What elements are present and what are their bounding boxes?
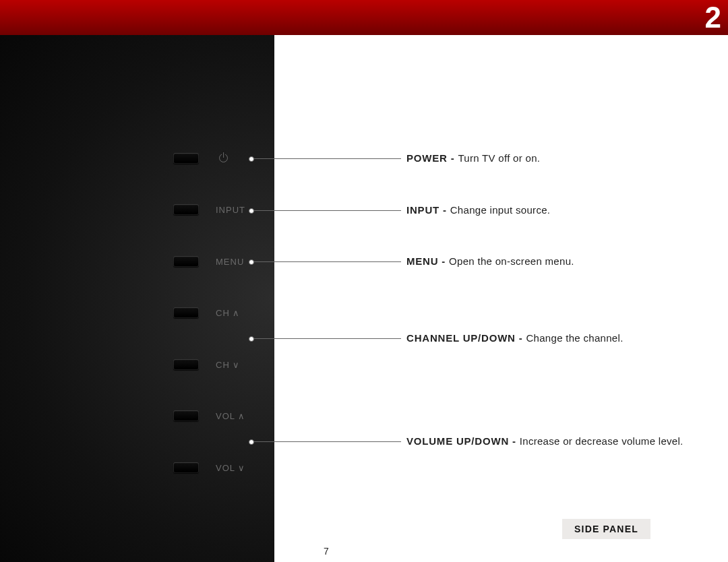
leader-volume — [251, 441, 401, 442]
callout-input-bold: INPUT - — [406, 204, 450, 216]
callout-menu-bold: MENU - — [406, 255, 449, 267]
menu-button[interactable] — [173, 256, 199, 267]
callout-menu: MENU - Open the on-screen menu. — [406, 255, 574, 267]
callout-channel-text: Change the channel. — [526, 332, 623, 344]
header-bar: 2 — [0, 0, 728, 35]
volume-up-button[interactable] — [173, 410, 199, 421]
callout-input: INPUT - Change input source. — [406, 204, 550, 216]
callout-channel: CHANNEL UP/DOWN - Change the channel. — [406, 332, 624, 344]
menu-label: MENU — [216, 257, 244, 267]
leader-input — [251, 210, 401, 211]
power-icon — [219, 154, 228, 162]
callout-power: POWER - Turn TV off or on. — [406, 152, 540, 164]
page-number: 7 — [324, 546, 329, 557]
leader-channel — [251, 338, 401, 339]
input-button[interactable] — [173, 204, 199, 215]
section-tab: SIDE PANEL — [562, 519, 650, 539]
tv-side-panel: INPUT MENU CH ∧ CH ∨ VOL ∧ VOL ∨ — [0, 35, 274, 562]
channel-down-button[interactable] — [173, 359, 199, 370]
power-button[interactable] — [173, 153, 199, 164]
leader-power — [251, 158, 401, 159]
callout-channel-bold: CHANNEL UP/DOWN - — [406, 332, 526, 344]
callout-volume-text: Increase or decrease volume level. — [520, 435, 684, 447]
chapter-number: 2 — [705, 0, 721, 35]
callout-menu-text: Open the on-screen menu. — [449, 255, 574, 267]
callout-volume-bold: VOLUME UP/DOWN - — [406, 435, 520, 447]
channel-up-button[interactable] — [173, 307, 199, 318]
callout-volume: VOLUME UP/DOWN - Increase or decrease vo… — [406, 435, 684, 447]
channel-up-label: CH ∧ — [216, 308, 240, 318]
leader-menu — [251, 261, 401, 262]
volume-up-label: VOL ∧ — [216, 411, 245, 421]
callout-power-text: Turn TV off or on. — [458, 152, 540, 164]
callout-input-text: Change input source. — [450, 204, 551, 216]
callout-power-bold: POWER - — [406, 152, 458, 164]
volume-down-label: VOL ∨ — [216, 463, 245, 473]
channel-down-label: CH ∨ — [216, 360, 240, 370]
input-label: INPUT — [216, 205, 245, 215]
volume-down-button[interactable] — [173, 462, 199, 473]
